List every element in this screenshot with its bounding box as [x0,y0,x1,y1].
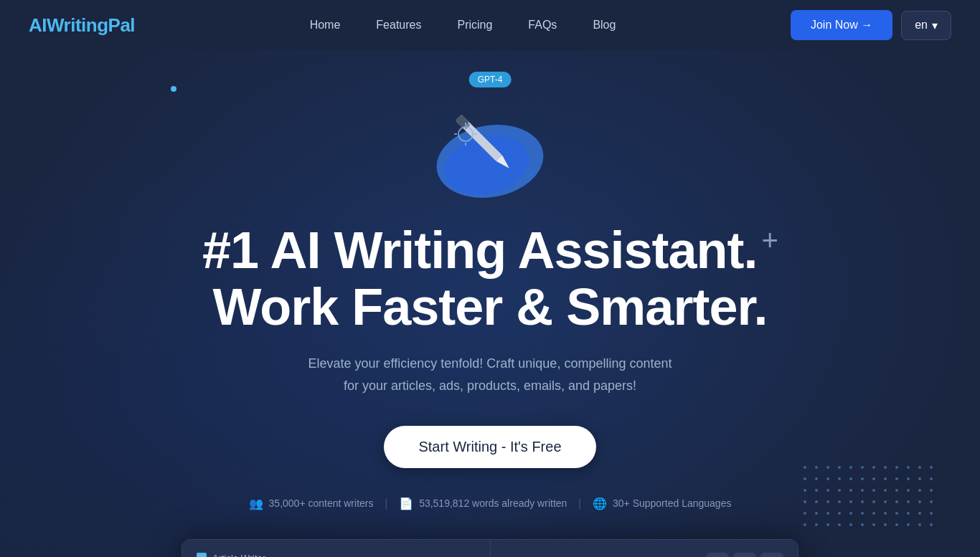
separator-1: | [385,498,387,509]
dot-grid-item [826,477,829,480]
dot-grid-item [907,477,910,480]
document-icon[interactable]: 📄 [733,553,756,557]
subtitle-line2: for your articles, ads, products, emails… [344,379,636,393]
dot-grid-item [826,489,829,492]
dot-grid-item [884,466,887,469]
dot-grid-item [884,489,887,492]
nav-home[interactable]: Home [310,19,341,31]
chevron-down-icon: ▾ [932,19,938,32]
nav-features[interactable]: Features [376,19,421,31]
dot-grid-item [872,500,875,503]
dot-grid-item [804,466,806,469]
dot-grid-item [838,489,841,492]
article-writer-card: ☑ Article Writer [182,539,490,557]
dot-grid-item [804,512,806,515]
decorative-dot [171,86,176,92]
article-writer-header: ☑ Article Writer [197,553,476,557]
dot-grid-item [838,466,841,469]
dot-grid-item [895,489,898,492]
dot-grid-item [826,523,829,526]
dot-grid-item [838,523,841,526]
dot-grid-item [872,512,875,515]
separator-2: | [578,498,581,509]
dot-grid-item [895,500,898,503]
dot-grid-item [826,466,829,469]
dot-grid-item [849,500,852,503]
dot-grid-item [804,477,806,480]
article-writer-icon: ☑ [197,553,207,557]
plus-icon: + [762,224,778,256]
dot-grid-item [907,500,910,503]
dot-grid-item [849,477,852,480]
dot-grid-item [815,489,818,492]
nav-pricing[interactable]: Pricing [457,19,492,31]
dot-grid-item [861,477,864,480]
dot-grid-item [907,466,910,469]
logo[interactable]: AIWritingPal [29,14,135,37]
dot-grid-item [861,489,864,492]
words-icon: 📄 [399,497,413,510]
dot-grid-item [918,489,921,492]
article-writer-label: Article Writer [212,553,265,557]
dot-grid-item [884,523,887,526]
hero-title-line2: Work Faster & Smarter. [202,279,778,335]
join-now-button[interactable]: Join Now → [791,10,892,40]
dot-grid-item [907,523,910,526]
nav-links: Home Features Pricing FAQs Blog [310,19,616,32]
dot-grid-item [815,512,818,515]
dot-grid-item [815,523,818,526]
dot-grid-item [918,500,921,503]
dot-grid-item [930,477,933,480]
lang-label: en [915,19,928,32]
nav-right: Join Now → en ▾ [791,10,951,40]
dot-grid-item [884,500,887,503]
hero-subtitle: Elevate your efficiency tenfold! Craft u… [308,353,672,396]
nav-faqs[interactable]: FAQs [528,19,557,31]
language-selector[interactable]: en ▾ [901,11,951,40]
dot-grid-item [895,523,898,526]
dot-grid-item [872,489,875,492]
dot-grid-item [804,523,806,526]
generated-result-header: ≡ Generated Result 📋 📄 🔗 [505,553,784,557]
link-icon[interactable]: 🔗 [760,553,783,557]
languages-text: 30+ Supported Languages [613,498,731,509]
cta-button[interactable]: Start Writing - It's Free [384,426,595,468]
dot-grid-item [918,477,921,480]
dot-grid-item [930,466,933,469]
dot-grid-item [918,523,921,526]
dot-grid-item [826,512,829,515]
dot-grid-item [930,500,933,503]
dot-grid-item [838,512,841,515]
dot-grid-item [918,512,921,515]
subtitle-line1: Elevate your efficiency tenfold! Craft u… [308,356,672,371]
dot-grid-item [861,466,864,469]
dot-grid-item [838,477,841,480]
hero-title-line1: #1 AI Writing Assistant.+ [202,222,778,279]
hero-illustration [425,90,555,207]
dot-grid-item [815,500,818,503]
dot-grid-item [930,512,933,515]
copy-icon[interactable]: 📋 [706,553,729,557]
stats-bar: 👥 35,000+ content writers | 📄 53,519,812… [249,497,732,510]
writers-icon: 👥 [249,497,263,510]
dot-grid-item [849,466,852,469]
writers-text: 35,000+ content writers [269,498,374,509]
dot-grid-item [838,500,841,503]
dot-grid-item [826,500,829,503]
dot-grid-item [861,523,864,526]
dot-grid-item [872,466,875,469]
dot-grid-item [861,512,864,515]
dot-grid-item [849,489,852,492]
hero-illustration-container: GPT-4 [404,72,576,215]
hero-section: GPT-4 [0,50,980,557]
navbar: AIWritingPal Home Features Pricing FAQs … [0,0,980,50]
dot-grid-item [849,512,852,515]
dot-grid-item [907,489,910,492]
dot-grid-item [884,512,887,515]
dot-grid-item [804,500,806,503]
hero-title: #1 AI Writing Assistant.+ Work Faster & … [202,222,778,335]
dot-grid-item [884,477,887,480]
dot-grid-item [849,523,852,526]
generated-result-card: ≡ Generated Result 📋 📄 🔗 [490,539,799,557]
nav-blog[interactable]: Blog [593,19,616,31]
